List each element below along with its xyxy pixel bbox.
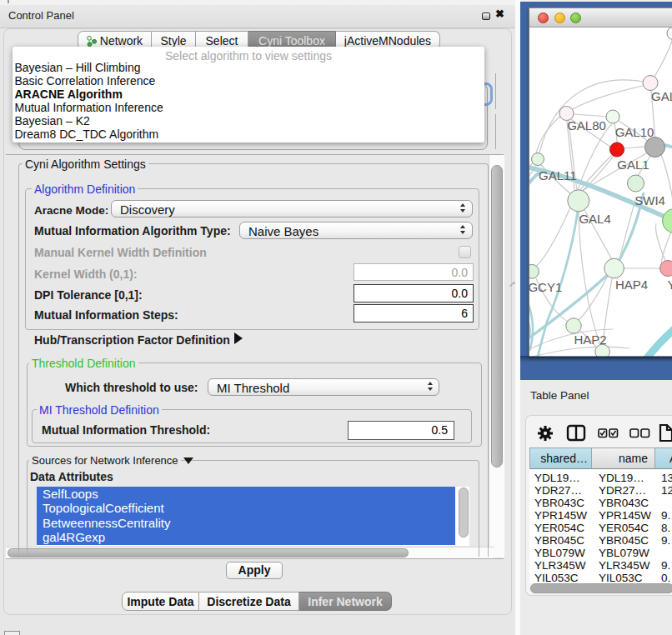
- svg-text:HAP4: HAP4: [615, 278, 648, 292]
- svg-text:GAL1: GAL1: [617, 158, 649, 172]
- svg-text:GAL: GAL: [651, 89, 672, 103]
- svg-text:SWI4: SWI4: [634, 193, 665, 208]
- svg-text:HAP2: HAP2: [574, 332, 606, 347]
- svg-text:GAL80: GAL80: [567, 118, 606, 132]
- svg-text:GAL11: GAL11: [539, 168, 577, 182]
- svg-text:GAL10: GAL10: [615, 125, 654, 139]
- svg-text:GCY1: GCY1: [529, 280, 562, 294]
- svg-text:Y: Y: [667, 278, 672, 292]
- svg-text:GAL4: GAL4: [579, 212, 610, 226]
